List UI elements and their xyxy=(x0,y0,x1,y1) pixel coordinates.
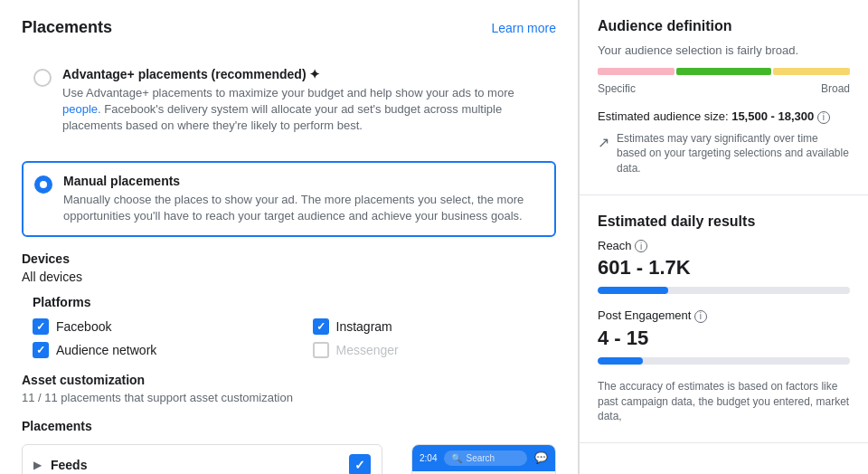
platform-instagram[interactable]: Instagram xyxy=(313,318,557,335)
advantage-option-desc: Use Advantage+ placements to maximize yo… xyxy=(62,85,544,135)
phone-search-icon: 🔍 xyxy=(451,453,462,463)
learn-more-link[interactable]: Learn more xyxy=(491,21,556,35)
feeds-area: ▶ Feeds ✓ Get high visibility for your b… xyxy=(22,444,556,474)
spark-icon: ✦ xyxy=(309,67,320,81)
audience-title: Audience definition xyxy=(598,18,850,34)
manual-option-title: Manual placements xyxy=(63,174,543,188)
gauge-broad-label: Broad xyxy=(821,82,850,95)
feeds-arrow-icon: ▶ xyxy=(33,459,42,471)
people-link[interactable]: people xyxy=(62,102,98,116)
asset-customization-section: Asset customization 11 / 11 placements t… xyxy=(22,373,556,404)
manual-placement-option[interactable]: Manual placements Manually choose the pl… xyxy=(22,161,556,237)
reach-bar-fill xyxy=(598,287,668,294)
audience-size-label: Estimated audience size: xyxy=(598,109,729,123)
platforms-grid: Facebook Instagram Audience network Mess… xyxy=(33,318,556,358)
advantage-placement-option[interactable]: Advantage+ placements (recommended) ✦ Us… xyxy=(22,55,556,147)
asset-customization-desc: 11 / 11 placements that support asset cu… xyxy=(22,391,556,404)
devices-value: All devices xyxy=(22,270,556,284)
placements-header: Placements Learn more xyxy=(22,18,556,37)
engagement-label: Post Engagement i xyxy=(598,308,850,323)
audience-network-label: Audience network xyxy=(56,343,156,357)
main-panel: Placements Learn more Advantage+ placeme… xyxy=(0,0,579,474)
platform-facebook[interactable]: Facebook xyxy=(33,318,277,335)
reach-info-icon[interactable]: i xyxy=(635,240,647,252)
engagement-value: 4 - 15 xyxy=(598,327,850,350)
platforms-title: Platforms xyxy=(33,295,556,309)
audience-size-info-icon[interactable]: i xyxy=(817,111,830,124)
gauge-labels: Specific Broad xyxy=(598,82,850,95)
audience-network-checkbox[interactable] xyxy=(33,342,49,358)
asset-customization-title: Asset customization xyxy=(22,373,556,387)
placements-sub-title: Placements xyxy=(22,419,556,433)
platform-audience-network[interactable]: Audience network xyxy=(33,342,277,358)
audience-section: Audience definition Your audience select… xyxy=(580,0,868,195)
facebook-label: Facebook xyxy=(56,319,111,334)
advantage-option-title: Advantage+ placements (recommended) ✦ xyxy=(62,67,544,81)
gauge-mid-seg xyxy=(676,68,772,75)
audience-size: Estimated audience size: 15,500 - 18,300… xyxy=(598,109,850,124)
reach-label: Reach i xyxy=(598,239,850,253)
phone-preview: 2:04 🔍 Search 💬 J Jasper's Mark xyxy=(411,444,556,474)
audience-size-value: 15,500 - 18,300 xyxy=(731,109,814,123)
feeds-text-area: ▶ Feeds ✓ Get high visibility for your b… xyxy=(22,444,382,474)
engagement-info-icon[interactable]: i xyxy=(694,310,707,323)
feeds-label: Feeds xyxy=(51,458,349,472)
gauge-specific-seg xyxy=(598,68,675,75)
manual-radio[interactable] xyxy=(34,175,52,194)
reach-value: 601 - 1.7K xyxy=(598,256,850,280)
instagram-label: Instagram xyxy=(336,319,392,334)
manual-option-content: Manual placements Manually choose the pl… xyxy=(63,174,543,224)
messenger-checkbox[interactable] xyxy=(313,342,329,358)
phone-search-text: Search xyxy=(466,453,495,463)
gauge-specific-label: Specific xyxy=(598,82,636,95)
right-panel: Audience definition Your audience select… xyxy=(579,0,868,474)
platforms-section: Platforms Facebook Instagram Audience ne… xyxy=(22,295,556,358)
estimate-icon: ↗ xyxy=(598,133,609,153)
audience-gauge-bar xyxy=(598,68,850,75)
advantage-radio[interactable] xyxy=(33,69,52,87)
reach-bar-container xyxy=(598,287,850,294)
feeds-row[interactable]: ▶ Feeds ✓ xyxy=(22,444,382,474)
engagement-bar-fill xyxy=(598,357,643,365)
devices-label: Devices xyxy=(22,251,556,266)
phone-search-bar: 🔍 Search xyxy=(444,450,527,466)
phone-time: 2:04 xyxy=(420,453,437,463)
feeds-checkbox[interactable]: ✓ xyxy=(349,454,371,474)
facebook-checkbox[interactable] xyxy=(33,318,49,335)
estimate-note: ↗ Estimates may vary significantly over … xyxy=(598,131,850,176)
platform-messenger[interactable]: Messenger xyxy=(313,342,557,358)
daily-results-title: Estimated daily results xyxy=(598,213,850,230)
phone-nav-icons: 💬 xyxy=(534,451,548,464)
daily-results-section: Estimated daily results Reach i 601 - 1.… xyxy=(580,195,868,443)
messenger-label: Messenger xyxy=(336,343,399,357)
advantage-option-content: Advantage+ placements (recommended) ✦ Us… xyxy=(62,67,544,135)
phone-chat-icon: 💬 xyxy=(534,451,548,464)
phone-header: 2:04 🔍 Search 💬 xyxy=(412,445,555,471)
accuracy-note: The accuracy of estimates is based on fa… xyxy=(598,379,850,424)
audience-subtitle: Your audience selection is fairly broad. xyxy=(598,43,850,57)
engagement-bar-container xyxy=(598,357,850,365)
gauge-broad-seg xyxy=(773,68,850,75)
placements-title: Placements xyxy=(22,18,112,37)
instagram-checkbox[interactable] xyxy=(313,318,329,335)
manual-option-desc: Manually choose the places to show your … xyxy=(63,192,543,224)
